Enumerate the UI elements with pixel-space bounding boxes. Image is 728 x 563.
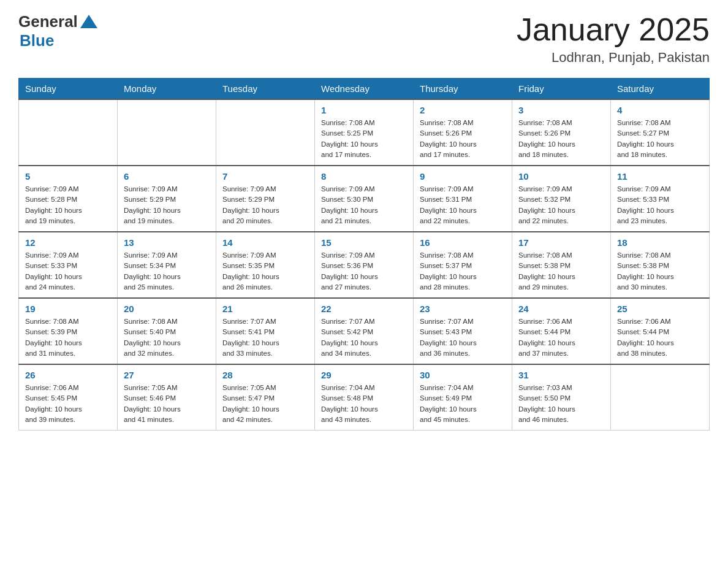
- day-info: Sunrise: 7:08 AM Sunset: 5:40 PM Dayligh…: [124, 316, 210, 359]
- day-info: Sunrise: 7:09 AM Sunset: 5:29 PM Dayligh…: [124, 184, 210, 226]
- calendar-cell-5-5: 30Sunrise: 7:04 AM Sunset: 5:49 PM Dayli…: [414, 364, 512, 431]
- weekday-header-tuesday: Tuesday: [216, 79, 315, 100]
- calendar-cell-5-6: 31Sunrise: 7:03 AM Sunset: 5:50 PM Dayli…: [512, 364, 611, 431]
- weekday-header-saturday: Saturday: [611, 79, 710, 100]
- day-info: Sunrise: 7:09 AM Sunset: 5:29 PM Dayligh…: [222, 184, 308, 226]
- day-number: 31: [518, 370, 604, 380]
- day-number: 26: [25, 370, 111, 380]
- calendar-cell-3-4: 15Sunrise: 7:09 AM Sunset: 5:36 PM Dayli…: [315, 232, 414, 298]
- day-number: 15: [321, 237, 407, 248]
- calendar-cell-2-7: 11Sunrise: 7:09 AM Sunset: 5:33 PM Dayli…: [611, 166, 710, 232]
- calendar-cell-2-3: 7Sunrise: 7:09 AM Sunset: 5:29 PM Daylig…: [216, 166, 315, 232]
- calendar-cell-3-2: 13Sunrise: 7:09 AM Sunset: 5:34 PM Dayli…: [118, 232, 216, 298]
- calendar-header-row: SundayMondayTuesdayWednesdayThursdayFrid…: [19, 79, 710, 100]
- calendar-cell-4-2: 20Sunrise: 7:08 AM Sunset: 5:40 PM Dayli…: [118, 298, 216, 364]
- day-info: Sunrise: 7:09 AM Sunset: 5:32 PM Dayligh…: [518, 184, 604, 226]
- day-number: 5: [25, 171, 111, 182]
- calendar-cell-1-5: 2Sunrise: 7:08 AM Sunset: 5:26 PM Daylig…: [414, 99, 512, 166]
- day-info: Sunrise: 7:09 AM Sunset: 5:33 PM Dayligh…: [617, 184, 703, 226]
- page-header: General Blue January 2025 Lodhran, Punja…: [18, 12, 710, 66]
- calendar-cell-1-1: [19, 99, 118, 166]
- day-info: Sunrise: 7:06 AM Sunset: 5:44 PM Dayligh…: [617, 316, 703, 359]
- day-info: Sunrise: 7:09 AM Sunset: 5:31 PM Dayligh…: [420, 184, 506, 226]
- calendar-cell-1-2: [118, 99, 216, 166]
- day-info: Sunrise: 7:09 AM Sunset: 5:35 PM Dayligh…: [222, 250, 308, 293]
- week-row-4: 19Sunrise: 7:08 AM Sunset: 5:39 PM Dayli…: [19, 298, 710, 364]
- logo-triangle-icon: [80, 15, 97, 28]
- logo-blue-text: Blue: [20, 31, 97, 50]
- day-info: Sunrise: 7:08 AM Sunset: 5:37 PM Dayligh…: [420, 250, 506, 293]
- month-title: January 2025: [517, 12, 710, 47]
- day-number: 24: [518, 304, 604, 314]
- day-number: 3: [518, 105, 604, 115]
- weekday-header-monday: Monday: [118, 79, 216, 100]
- calendar-cell-5-3: 28Sunrise: 7:05 AM Sunset: 5:47 PM Dayli…: [216, 364, 315, 431]
- day-number: 14: [222, 237, 308, 248]
- day-number: 20: [124, 304, 210, 314]
- day-number: 21: [222, 304, 308, 314]
- week-row-2: 5Sunrise: 7:09 AM Sunset: 5:28 PM Daylig…: [19, 166, 710, 232]
- calendar-cell-1-7: 4Sunrise: 7:08 AM Sunset: 5:27 PM Daylig…: [611, 99, 710, 166]
- day-number: 8: [321, 171, 407, 182]
- day-info: Sunrise: 7:04 AM Sunset: 5:48 PM Dayligh…: [321, 383, 407, 425]
- day-info: Sunrise: 7:09 AM Sunset: 5:30 PM Dayligh…: [321, 184, 407, 226]
- day-number: 19: [25, 304, 111, 314]
- calendar-cell-1-6: 3Sunrise: 7:08 AM Sunset: 5:26 PM Daylig…: [512, 99, 611, 166]
- calendar-cell-5-7: [611, 364, 710, 431]
- day-number: 1: [321, 105, 407, 115]
- calendar-cell-2-5: 9Sunrise: 7:09 AM Sunset: 5:31 PM Daylig…: [414, 166, 512, 232]
- day-info: Sunrise: 7:04 AM Sunset: 5:49 PM Dayligh…: [420, 383, 506, 425]
- day-number: 27: [124, 370, 210, 380]
- day-number: 10: [518, 171, 604, 182]
- day-info: Sunrise: 7:07 AM Sunset: 5:41 PM Dayligh…: [222, 316, 308, 359]
- day-number: 30: [420, 370, 506, 380]
- calendar-cell-4-6: 24Sunrise: 7:06 AM Sunset: 5:44 PM Dayli…: [512, 298, 611, 364]
- day-info: Sunrise: 7:08 AM Sunset: 5:38 PM Dayligh…: [518, 250, 604, 293]
- calendar-cell-5-1: 26Sunrise: 7:06 AM Sunset: 5:45 PM Dayli…: [19, 364, 118, 431]
- day-info: Sunrise: 7:08 AM Sunset: 5:38 PM Dayligh…: [617, 250, 703, 293]
- weekday-header-friday: Friday: [512, 79, 611, 100]
- calendar-cell-3-1: 12Sunrise: 7:09 AM Sunset: 5:33 PM Dayli…: [19, 232, 118, 298]
- day-info: Sunrise: 7:08 AM Sunset: 5:26 PM Dayligh…: [420, 118, 506, 160]
- weekday-header-thursday: Thursday: [414, 79, 512, 100]
- week-row-5: 26Sunrise: 7:06 AM Sunset: 5:45 PM Dayli…: [19, 364, 710, 431]
- day-info: Sunrise: 7:06 AM Sunset: 5:45 PM Dayligh…: [25, 383, 111, 425]
- calendar-cell-5-4: 29Sunrise: 7:04 AM Sunset: 5:48 PM Dayli…: [315, 364, 414, 431]
- calendar-cell-4-7: 25Sunrise: 7:06 AM Sunset: 5:44 PM Dayli…: [611, 298, 710, 364]
- day-info: Sunrise: 7:08 AM Sunset: 5:39 PM Dayligh…: [25, 316, 111, 359]
- day-number: 4: [617, 105, 703, 115]
- day-info: Sunrise: 7:09 AM Sunset: 5:28 PM Dayligh…: [25, 184, 111, 226]
- day-number: 13: [124, 237, 210, 248]
- day-number: 12: [25, 237, 111, 248]
- day-number: 7: [222, 171, 308, 182]
- day-info: Sunrise: 7:07 AM Sunset: 5:43 PM Dayligh…: [420, 316, 506, 359]
- weekday-header-sunday: Sunday: [19, 79, 118, 100]
- calendar-cell-4-5: 23Sunrise: 7:07 AM Sunset: 5:43 PM Dayli…: [414, 298, 512, 364]
- calendar-cell-4-1: 19Sunrise: 7:08 AM Sunset: 5:39 PM Dayli…: [19, 298, 118, 364]
- day-info: Sunrise: 7:08 AM Sunset: 5:27 PM Dayligh…: [617, 118, 703, 160]
- day-info: Sunrise: 7:06 AM Sunset: 5:44 PM Dayligh…: [518, 316, 604, 359]
- day-info: Sunrise: 7:07 AM Sunset: 5:42 PM Dayligh…: [321, 316, 407, 359]
- title-block: January 2025 Lodhran, Punjab, Pakistan: [517, 12, 710, 66]
- day-number: 22: [321, 304, 407, 314]
- calendar-cell-1-3: [216, 99, 315, 166]
- day-info: Sunrise: 7:08 AM Sunset: 5:26 PM Dayligh…: [518, 118, 604, 160]
- calendar-cell-3-7: 18Sunrise: 7:08 AM Sunset: 5:38 PM Dayli…: [611, 232, 710, 298]
- calendar-cell-4-4: 22Sunrise: 7:07 AM Sunset: 5:42 PM Dayli…: [315, 298, 414, 364]
- day-info: Sunrise: 7:05 AM Sunset: 5:47 PM Dayligh…: [222, 383, 308, 425]
- day-info: Sunrise: 7:03 AM Sunset: 5:50 PM Dayligh…: [518, 383, 604, 425]
- day-number: 28: [222, 370, 308, 380]
- logo-general-text: General: [18, 12, 78, 31]
- day-number: 25: [617, 304, 703, 314]
- day-info: Sunrise: 7:09 AM Sunset: 5:33 PM Dayligh…: [25, 250, 111, 293]
- calendar-cell-2-1: 5Sunrise: 7:09 AM Sunset: 5:28 PM Daylig…: [19, 166, 118, 232]
- day-number: 23: [420, 304, 506, 314]
- day-info: Sunrise: 7:09 AM Sunset: 5:34 PM Dayligh…: [124, 250, 210, 293]
- calendar-cell-3-6: 17Sunrise: 7:08 AM Sunset: 5:38 PM Dayli…: [512, 232, 611, 298]
- weekday-header-wednesday: Wednesday: [315, 79, 414, 100]
- day-number: 2: [420, 105, 506, 115]
- calendar-cell-2-4: 8Sunrise: 7:09 AM Sunset: 5:30 PM Daylig…: [315, 166, 414, 232]
- calendar-cell-5-2: 27Sunrise: 7:05 AM Sunset: 5:46 PM Dayli…: [118, 364, 216, 431]
- calendar-cell-3-3: 14Sunrise: 7:09 AM Sunset: 5:35 PM Dayli…: [216, 232, 315, 298]
- calendar-cell-1-4: 1Sunrise: 7:08 AM Sunset: 5:25 PM Daylig…: [315, 99, 414, 166]
